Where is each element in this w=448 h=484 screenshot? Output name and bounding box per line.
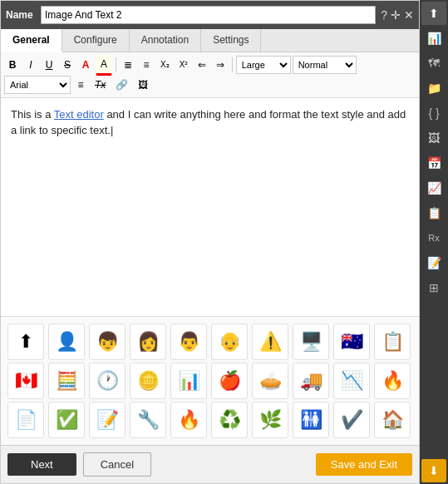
img-clock[interactable]: 🕐 [89, 363, 126, 399]
clear-format-button[interactable]: Tx [91, 76, 110, 95]
size-select[interactable]: Large Small Medium X-Large [236, 56, 291, 74]
font-color-button[interactable]: A [77, 56, 94, 75]
editor-text-before: This is a [11, 108, 54, 121]
strikethrough-button[interactable]: S [59, 56, 76, 75]
img-oldman[interactable]: 👴 [211, 323, 248, 360]
move-icon[interactable]: ✛ [391, 8, 401, 22]
footer-row: Next Cancel Save and Exit [1, 445, 419, 483]
img-clipboard[interactable]: 📋 [374, 323, 411, 360]
close-icon[interactable]: ✕ [404, 8, 414, 22]
sidebar-icon-note[interactable]: 📝 [421, 251, 446, 274]
sidebar-icon-linechart[interactable]: 📈 [421, 176, 446, 200]
cancel-button[interactable]: Cancel [83, 452, 151, 477]
img-woman[interactable]: 👩 [130, 323, 166, 360]
superscript-button[interactable]: X² [175, 57, 192, 73]
format-select[interactable]: Normal Heading 1 Heading 2 [293, 56, 357, 74]
img-house[interactable]: 🏠 [374, 402, 411, 438]
main-panel: Name ? ✛ ✕ General Configure Annotation … [0, 0, 420, 484]
font-select[interactable]: Arial Times New Roman Courier [4, 76, 71, 94]
img-people[interactable]: 🚻 [293, 402, 329, 438]
toolbar-sep-1 [116, 57, 116, 72]
tab-settings[interactable]: Settings [201, 29, 261, 52]
outdent-button[interactable]: ⇐ [194, 56, 210, 75]
name-row: Name ? ✛ ✕ [1, 1, 419, 29]
img-truck[interactable]: 🚚 [293, 363, 329, 399]
link-button[interactable]: 🔗 [111, 76, 132, 95]
editor-area[interactable]: This is a Text editor and I can write an… [1, 98, 419, 316]
tabs-row: General Configure Annotation Settings [1, 29, 419, 52]
img-recycle[interactable]: ♻️ [211, 402, 248, 438]
toolbar-row-2: Arial Times New Roman Courier ≡ Tx 🔗 🖼 [4, 76, 416, 95]
img-coins[interactable]: 🪙 [130, 363, 166, 399]
toolbar-sep-2 [232, 57, 233, 72]
tab-general[interactable]: General [1, 29, 62, 52]
editor-cursor [111, 124, 113, 136]
img-calculator[interactable]: 🧮 [48, 363, 85, 399]
save-exit-button[interactable]: Save and Exit [316, 453, 412, 476]
sidebar-icon-grid[interactable]: ⊞ [421, 276, 446, 299]
image-insert-button[interactable]: 🖼 [134, 76, 152, 95]
sidebar-icon-calendar[interactable]: 📅 [421, 151, 446, 175]
sidebar-icon-map[interactable]: 🗺 [421, 52, 446, 75]
img-boy1[interactable]: 👦 [89, 323, 126, 360]
img-chart[interactable]: 📊 [170, 363, 207, 399]
image-grid: ⬆ 👤 👦 👩 👨 👴 ⚠️ 🖥️ 🇦🇺 📋 🇨🇦 🧮 🕐 🪙 📊 🍎 🥧 🚚 … [1, 316, 419, 445]
img-bar-chart[interactable]: 📉 [333, 363, 370, 399]
img-upload[interactable]: ⬆ [7, 323, 44, 360]
italic-button[interactable]: I [22, 56, 39, 75]
sidebar-icon-table[interactable]: 📋 [421, 201, 446, 225]
align-button[interactable]: ≡ [72, 76, 89, 95]
sidebar-icon-chart[interactable]: 📊 [421, 27, 446, 50]
header-icons: ? ✛ ✕ [381, 8, 414, 22]
underline-button[interactable]: U [41, 56, 57, 75]
indent-button[interactable]: ⇒ [212, 56, 229, 75]
sidebar-icon-rx[interactable]: Rx [421, 226, 446, 249]
name-label: Name [6, 9, 36, 21]
img-form[interactable]: 📝 [89, 402, 126, 438]
editor-link[interactable]: Text editor [54, 108, 104, 121]
sidebar-icon-top[interactable]: ⬆ [421, 2, 446, 25]
img-fire[interactable]: 🔥 [374, 363, 411, 399]
help-icon[interactable]: ? [381, 8, 387, 22]
subscript-button[interactable]: X₂ [156, 57, 174, 73]
bold-button[interactable]: B [4, 56, 21, 75]
unordered-list-button[interactable]: ≣ [120, 56, 136, 75]
img-leaf[interactable]: 🌿 [252, 402, 288, 438]
tab-annotation[interactable]: Annotation [130, 29, 201, 52]
ordered-list-button[interactable]: ≡ [138, 56, 155, 75]
sidebar-icon-image[interactable]: 🖼 [421, 126, 446, 150]
next-button[interactable]: Next [7, 453, 76, 476]
img-document[interactable]: 📄 [7, 402, 44, 438]
img-apple[interactable]: 🍎 [211, 363, 248, 399]
img-person[interactable]: 👤 [48, 323, 85, 360]
sidebar-icon-folder[interactable]: 📁 [421, 77, 446, 100]
img-check[interactable]: ✅ [48, 402, 85, 438]
img-wrench[interactable]: 🔧 [130, 402, 166, 438]
sidebar-icon-down[interactable]: ⬇ [421, 459, 446, 482]
img-warning[interactable]: ⚠️ [252, 323, 288, 360]
img-man[interactable]: 👨 [170, 323, 207, 360]
img-canada[interactable]: 🇨🇦 [7, 363, 44, 399]
toolbar-row-1: B I U S A A ≣ ≡ X₂ X² ⇐ ⇒ Large Small Me… [4, 55, 416, 76]
right-sidebar: ⬆ 📊 🗺 📁 { } 🖼 📅 📈 📋 Rx 📝 ⊞ ⬇ [420, 0, 448, 484]
img-australia[interactable]: 🇦🇺 [333, 323, 370, 360]
highlight-button[interactable]: A [96, 55, 112, 76]
img-pie[interactable]: 🥧 [252, 363, 288, 399]
img-monitor[interactable]: 🖥️ [293, 323, 329, 360]
img-flame2[interactable]: 🔥 [170, 402, 207, 438]
sidebar-icon-code[interactable]: { } [421, 101, 446, 125]
img-checkmark[interactable]: ✔️ [333, 402, 370, 438]
name-input[interactable] [41, 6, 376, 24]
toolbar: B I U S A A ≣ ≡ X₂ X² ⇐ ⇒ Large Small Me… [1, 52, 419, 98]
tab-configure[interactable]: Configure [62, 29, 130, 52]
